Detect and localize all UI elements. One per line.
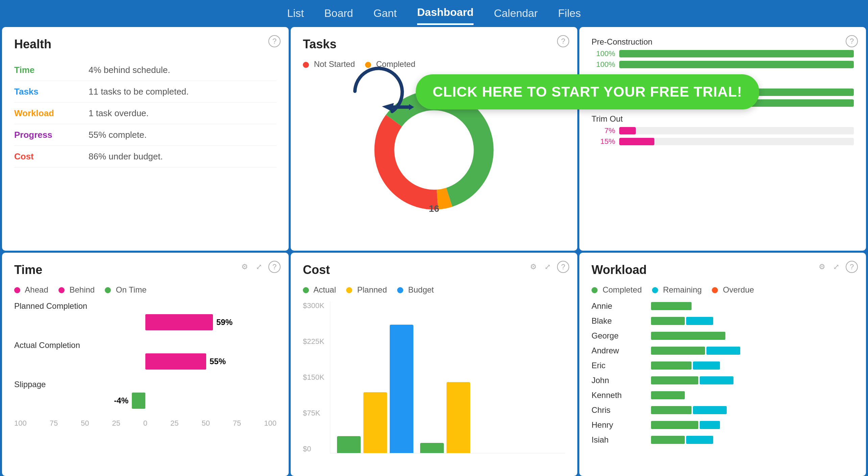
workload-name-chris: Chris bbox=[592, 405, 646, 415]
slippage-bar bbox=[132, 393, 145, 409]
svg-marker-3 bbox=[382, 103, 394, 111]
pre-construction-title: Pre-Construction bbox=[592, 37, 854, 47]
cost-bar-group-1 bbox=[337, 325, 413, 453]
cost-legend-actual: Actual bbox=[303, 285, 336, 295]
cost-legend: Actual Planned Budget bbox=[303, 285, 565, 295]
time-legend: Ahead Behind On Time bbox=[14, 285, 276, 295]
slippage-label: Slippage bbox=[14, 380, 276, 389]
workload-name-annie: Annie bbox=[592, 301, 646, 311]
workload-bars-henry bbox=[651, 421, 720, 429]
isiah-completed-bar bbox=[651, 436, 685, 444]
workload-bars-annie bbox=[651, 302, 692, 310]
trim-out-pct-2: 15% bbox=[592, 137, 615, 146]
cost-settings-button[interactable]: ⚙ bbox=[527, 261, 539, 273]
time-legend-behind: Behind bbox=[58, 285, 95, 295]
health-label-progress: Progress bbox=[14, 130, 89, 140]
trim-out-pct-1: 7% bbox=[592, 126, 615, 135]
main-grid: Health ? Time 4% behind schedule. Tasks … bbox=[0, 25, 868, 476]
health-value-cost: 86% under budget. bbox=[89, 151, 163, 162]
cost-info-button[interactable]: ? bbox=[557, 261, 569, 273]
nav-list[interactable]: List bbox=[287, 7, 304, 24]
time-settings-button[interactable]: ⚙ bbox=[239, 261, 251, 273]
workload-row-andrew: Andrew bbox=[592, 346, 854, 355]
workload-settings-button[interactable]: ⚙ bbox=[816, 261, 828, 273]
time-title: Time bbox=[14, 263, 276, 277]
trim-out-bar-fill-1 bbox=[619, 127, 636, 134]
time-expand-button[interactable]: ⤢ bbox=[253, 261, 265, 273]
progress-card: ? Pre-Construction 100% 100% Constructio… bbox=[579, 27, 866, 251]
george-completed-bar bbox=[651, 332, 725, 340]
nav-dashboard[interactable]: Dashboard bbox=[417, 6, 474, 25]
time-info-button[interactable]: ? bbox=[268, 261, 281, 273]
workload-info-button[interactable]: ? bbox=[846, 261, 858, 273]
annie-completed-bar bbox=[651, 302, 692, 310]
time-card: Time ⤢ ⚙ ? Ahead Behind On Time Planned … bbox=[2, 253, 289, 476]
workload-row-chris: Chris bbox=[592, 405, 854, 415]
workload-bars-isiah bbox=[651, 436, 713, 444]
workload-bars-eric bbox=[651, 361, 720, 370]
cost-chart-area: $300K $225K $150K $75K $0 bbox=[303, 301, 565, 453]
nav-gant[interactable]: Gant bbox=[373, 7, 397, 24]
andrew-completed-bar bbox=[651, 347, 705, 355]
cta-button[interactable]: CLICK HERE TO START YOUR FREE TRIAL! bbox=[416, 74, 759, 109]
health-info-button[interactable]: ? bbox=[268, 35, 281, 47]
planned-completion-bar bbox=[145, 314, 213, 330]
workload-title: Workload bbox=[592, 263, 854, 277]
tasks-card: Tasks ? Not Started Completed 10 bbox=[291, 27, 577, 251]
workload-bars-andrew bbox=[651, 347, 740, 355]
nav-calendar[interactable]: Calendar bbox=[494, 7, 538, 24]
pre-construction-bar-bg-2 bbox=[619, 61, 854, 68]
donut-label-16: 16 bbox=[429, 203, 439, 214]
actual-dot bbox=[303, 287, 309, 293]
nav-board[interactable]: Board bbox=[324, 7, 353, 24]
henry-remaining-bar bbox=[700, 421, 720, 429]
trim-out-bar-fill-2 bbox=[619, 138, 654, 145]
planned-completion-label: Planned Completion bbox=[14, 301, 276, 311]
workload-bars-chris bbox=[651, 406, 727, 414]
health-row-time: Time 4% behind schedule. bbox=[14, 59, 276, 81]
planned-completion-section: Planned Completion 59% bbox=[14, 301, 276, 330]
kenneth-completed-bar bbox=[651, 391, 685, 399]
cost-bar-actual-1 bbox=[337, 436, 361, 453]
workload-bars-blake bbox=[651, 317, 713, 325]
wl-overdue-dot bbox=[712, 287, 718, 293]
workload-expand-button[interactable]: ⤢ bbox=[830, 261, 842, 273]
workload-legend-remaining: Remaining bbox=[652, 285, 702, 295]
pre-construction-section: Pre-Construction 100% 100% bbox=[592, 37, 854, 69]
main-nav: List Board Gant Dashboard Calendar Files bbox=[0, 0, 868, 25]
cost-bar-planned-1 bbox=[363, 392, 387, 453]
workload-row-blake: Blake bbox=[592, 316, 854, 326]
health-row-workload: Workload 1 task overdue. bbox=[14, 103, 276, 124]
nav-files[interactable]: Files bbox=[558, 7, 581, 24]
not-started-dot bbox=[303, 62, 309, 68]
pre-construction-bar-fill-2 bbox=[619, 61, 854, 68]
time-legend-on-time: On Time bbox=[105, 285, 146, 295]
workload-row-george: George bbox=[592, 331, 854, 341]
andrew-remaining-bar bbox=[706, 347, 740, 355]
chris-completed-bar bbox=[651, 406, 692, 414]
cta-arrow-svg bbox=[341, 54, 416, 128]
actual-completion-label: Actual Completion bbox=[14, 341, 276, 350]
health-row-cost: Cost 86% under budget. bbox=[14, 146, 276, 168]
trim-out-title: Trim Out bbox=[592, 114, 854, 124]
on-time-dot bbox=[105, 287, 111, 293]
cost-bar-group-2 bbox=[420, 382, 497, 453]
workload-name-george: George bbox=[592, 331, 646, 341]
progress-info-button[interactable]: ? bbox=[846, 35, 858, 47]
planned-dot bbox=[346, 287, 352, 293]
workload-name-john: John bbox=[592, 376, 646, 385]
tasks-info-button[interactable]: ? bbox=[557, 35, 569, 47]
health-value-time: 4% behind schedule. bbox=[89, 65, 170, 75]
cost-expand-button[interactable]: ⤢ bbox=[541, 261, 554, 273]
pre-construction-pct-2: 100% bbox=[592, 60, 615, 69]
cost-legend-budget: Budget bbox=[397, 285, 434, 295]
behind-dot bbox=[58, 287, 65, 293]
health-value-workload: 1 task overdue. bbox=[89, 108, 149, 119]
tasks-title: Tasks bbox=[303, 37, 565, 51]
cost-y-labels: $300K $225K $150K $75K $0 bbox=[303, 301, 330, 453]
cta-banner: CLICK HERE TO START YOUR FREE TRIAL! bbox=[341, 54, 577, 130]
pre-construction-bar-1: 100% bbox=[592, 49, 854, 58]
workload-legend-overdue: Overdue bbox=[712, 285, 754, 295]
slippage-pct: -4% bbox=[114, 396, 128, 405]
john-remaining-bar bbox=[700, 376, 733, 384]
